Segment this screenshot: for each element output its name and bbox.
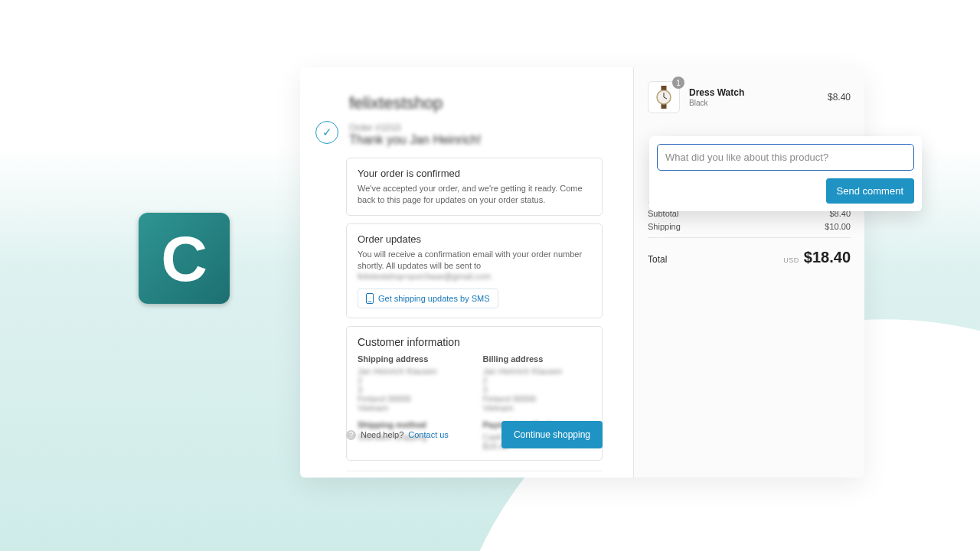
question-icon: ? (346, 430, 356, 440)
product-name: Dress Watch (689, 87, 744, 98)
order-updates-title: Order updates (358, 233, 591, 245)
store-name: felixtestshop (349, 93, 443, 113)
order-summary-panel: 1 Dress Watch Black $8.40 Subtotal $8.40… (633, 67, 864, 478)
order-confirmed-box: Your order is confirmed We've accepted y… (346, 158, 603, 216)
watch-icon (654, 86, 674, 109)
line-item: 1 Dress Watch Black $8.40 (634, 67, 864, 122)
quantity-badge: 1 (672, 77, 684, 89)
total-row: Total USD $18.40 (634, 249, 864, 272)
app-logo: C (139, 213, 230, 304)
sms-updates-label: Get shipping updates by SMS (378, 294, 490, 303)
product-price: $8.40 (828, 92, 851, 103)
need-help: ? Need help? Contact us (346, 430, 449, 440)
order-updates-body: You will receive a confirmation email wi… (358, 249, 591, 283)
shipping-value: $10.00 (825, 222, 851, 231)
comment-input[interactable] (657, 144, 914, 171)
footer-divider (346, 471, 603, 471)
continue-shopping-button[interactable]: Continue shopping (501, 421, 603, 448)
order-confirmed-title: Your order is confirmed (358, 168, 591, 179)
svg-rect-0 (662, 86, 667, 90)
billing-address-label: Billing address (483, 354, 592, 364)
product-thumbnail: 1 (648, 81, 680, 113)
comment-popover: Send comment (649, 136, 922, 211)
contact-us-link[interactable]: Contact us (408, 430, 449, 439)
checkout-card: felixtestshop ✓ Order #1010 Thank you Ja… (300, 67, 864, 478)
order-panel: felixtestshop ✓ Order #1010 Thank you Ja… (300, 67, 633, 478)
shipping-address-label: Shipping address (358, 354, 466, 364)
total-value: $18.40 (804, 249, 851, 266)
shipping-label: Shipping (648, 222, 681, 231)
send-comment-button[interactable]: Send comment (826, 178, 914, 204)
check-circle-icon: ✓ (315, 121, 338, 144)
svg-rect-1 (662, 104, 667, 109)
logo-letter: C (161, 227, 207, 291)
currency-code: USD (783, 256, 799, 264)
thank-you-text: Thank you Jan Heinrich! (349, 133, 482, 147)
phone-icon (366, 293, 374, 304)
order-confirmed-body: We've accepted your order, and we're get… (358, 183, 591, 206)
order-number: Order #1010 (349, 122, 400, 133)
total-label: Total (648, 254, 667, 265)
order-updates-box: Order updates You will receive a confirm… (346, 223, 603, 319)
customer-info-title: Customer information (358, 336, 591, 348)
product-variant: Black (689, 99, 744, 107)
sms-updates-button[interactable]: Get shipping updates by SMS (358, 289, 498, 308)
